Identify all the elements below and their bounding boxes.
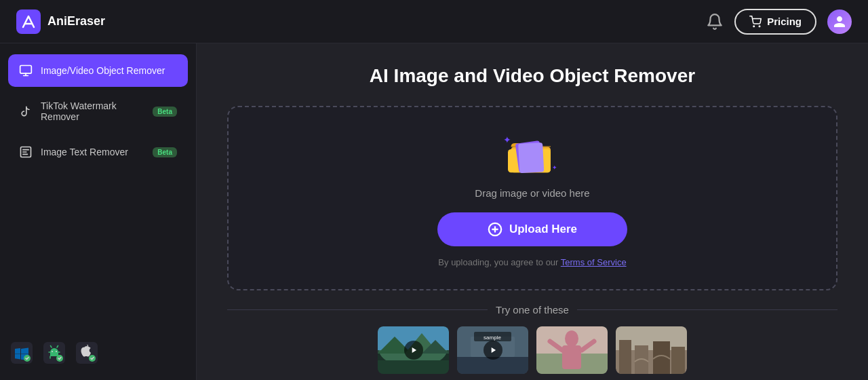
app-header: AniEraser Pricing [0,0,868,43]
svg-rect-48 [671,347,685,374]
app-logo-icon [16,10,41,34]
svg-text:sample: sample [484,335,501,341]
windows-icon[interactable] [11,342,33,364]
cart-icon [749,16,762,28]
sample-image-3 [536,326,608,374]
sidebar-item-label: Image/Video Object Remover [41,65,165,76]
sidebar: Image/Video Object Remover TikTok Waterm… [0,43,197,380]
page-title: AI Image and Video Object Remover [370,65,695,87]
svg-rect-25 [378,360,449,374]
play-overlay-2 [484,341,502,360]
sidebar-item-image-video-remover[interactable]: Image/Video Object Remover [8,54,188,87]
user-avatar[interactable] [827,10,852,34]
app-name-label: AniEraser [47,14,105,28]
terms-prefix: By uploading, you agree to our [438,257,560,267]
beta-badge-tiktok: Beta [153,107,177,117]
svg-point-8 [52,351,53,352]
svg-rect-3 [20,66,32,74]
sample-images-list: sample [227,326,837,374]
terms-of-service-link[interactable]: Terms of Service [561,257,627,267]
upload-zone: ✦ ✦ Drag image or video here U [227,106,837,290]
sample-thumb-1[interactable] [378,326,449,374]
svg-point-39 [565,330,578,347]
tiktok-icon [19,104,33,118]
upload-here-button[interactable]: Upload Here [437,212,627,246]
svg-point-9 [56,351,57,352]
sidebar-item-image-text-remover[interactable]: Image Text Remover Beta [8,136,188,168]
upload-here-label: Upload Here [509,223,577,236]
terms-text: By uploading, you agree to our Terms of … [438,257,626,267]
try-section: Try one of these [227,304,837,374]
plus-circle-icon [488,222,502,237]
play-overlay-1 [404,341,423,360]
sidebar-item-tiktok-watermark[interactable]: TikTok Watermark Remover Beta [8,91,188,132]
android-icon[interactable] [43,342,65,364]
svg-point-2 [759,26,760,27]
folder-illustration-icon: ✦ ✦ [502,129,563,176]
play-icon-2 [488,345,498,355]
drag-text: Drag image or video here [475,187,589,199]
svg-rect-18 [518,142,544,173]
svg-text:✦: ✦ [503,134,511,145]
main-content: AI Image and Video Object Remover ✦ ✦ Dr… [197,43,868,380]
sample-thumb-4[interactable] [616,326,687,374]
sidebar-item-label: Image Text Remover [41,147,128,157]
svg-text:✦: ✦ [552,164,557,171]
try-label: Try one of these [496,304,569,316]
bell-icon [706,13,724,31]
pricing-label: Pricing [767,16,802,27]
logo-area: AniEraser [16,10,105,34]
svg-rect-40 [562,345,581,369]
sample-thumb-2[interactable]: sample [457,326,528,374]
sidebar-item-label: TikTok Watermark Remover [41,100,144,122]
try-divider: Try one of these [227,304,837,316]
main-layout: Image/Video Object Remover TikTok Waterm… [0,43,868,380]
ios-icon[interactable] [76,342,98,364]
sidebar-nav: Image/Video Object Remover TikTok Waterm… [8,54,188,168]
sample-thumb-3[interactable] [536,326,608,374]
beta-badge-text-remover: Beta [153,147,177,157]
sample-image-4 [616,326,687,374]
svg-rect-45 [619,340,631,374]
image-video-icon [19,64,33,77]
svg-rect-0 [16,10,41,34]
play-icon-1 [409,345,418,355]
platform-icons [8,337,188,369]
pricing-button[interactable]: Pricing [734,9,816,35]
notification-bell-button[interactable] [706,13,724,31]
header-actions: Pricing [706,9,852,35]
user-icon [833,15,846,28]
svg-point-1 [753,26,755,27]
text-remover-icon [19,145,33,159]
